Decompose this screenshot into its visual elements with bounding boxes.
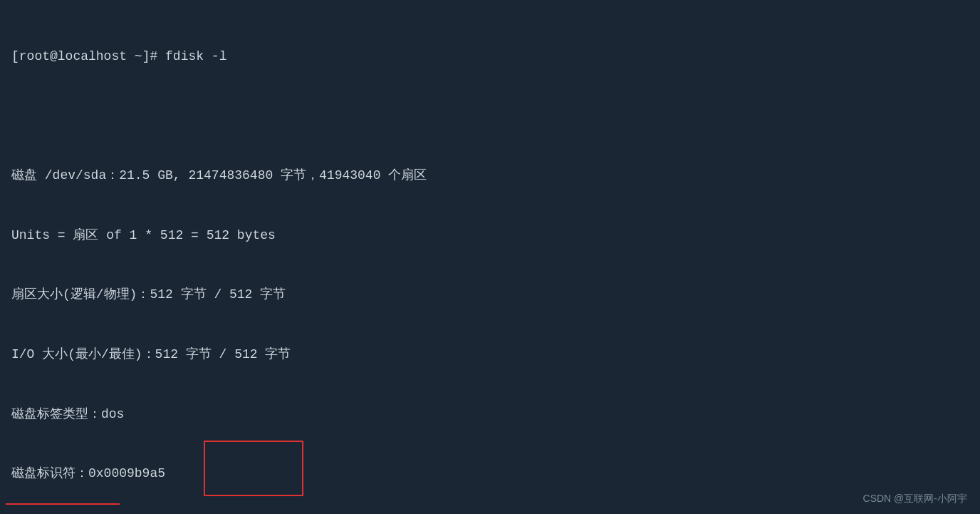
terminal-output: [root@localhost ~]# fdisk -l 磁盘 /dev/sda… [0, 0, 980, 514]
prompt-line: [root@localhost ~]# fdisk -l [11, 47, 969, 67]
sda-io-size: I/O 大小(最小/最佳)：512 字节 / 512 字节 [11, 345, 969, 365]
sda-identifier: 磁盘标识符：0x0009b9a5 [11, 464, 969, 484]
watermark: CSDN @互联网-小阿宇 [863, 493, 967, 505]
sda-info-1: 磁盘 /dev/sda：21.5 GB, 21474836480 字节，4194… [11, 166, 969, 186]
sda-label-type: 磁盘标签类型：dos [11, 405, 969, 425]
sda-sector-size: 扇区大小(逻辑/物理)：512 字节 / 512 字节 [11, 285, 969, 305]
sda-units: Units = 扇区 of 1 * 512 = 512 bytes [11, 226, 969, 246]
blank-line-1 [11, 106, 969, 126]
